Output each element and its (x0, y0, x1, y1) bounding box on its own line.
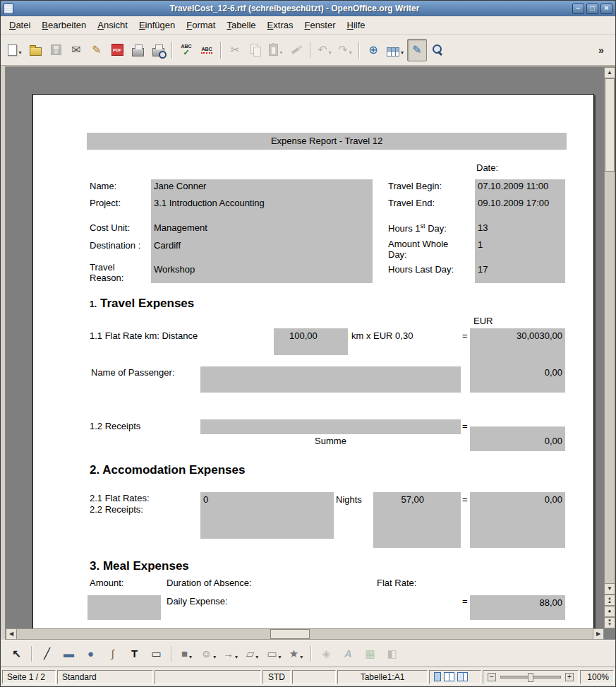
navigation-button[interactable]: ● (604, 606, 615, 617)
view-layout-book-button[interactable] (457, 672, 468, 681)
email-button[interactable]: ✉ (66, 39, 86, 61)
redo-button[interactable]: ↷ ▾ (335, 39, 355, 61)
toolbar-separator (171, 42, 173, 59)
block-arrows-button[interactable]: →▾ (220, 644, 241, 664)
status-insert-mode-cell[interactable]: STD (262, 670, 291, 684)
menu-datei[interactable]: Datei (4, 17, 36, 33)
meal-total-value: 88,00 (470, 597, 562, 608)
freeform-tool-button[interactable]: ∫ (102, 644, 123, 664)
passenger-label: Name of Passenger: (91, 367, 175, 378)
new-document-button[interactable]: ▾ (5, 39, 25, 61)
meal-amount-field[interactable] (87, 595, 161, 620)
menu-einfuegen[interactable]: Einfügen (133, 17, 181, 33)
stars-button[interactable]: ★▾ (286, 644, 306, 664)
menu-ansicht[interactable]: Ansicht (92, 17, 133, 33)
vertical-scroll-track[interactable] (604, 78, 615, 583)
cut-button[interactable]: ✂ (225, 39, 245, 61)
menu-hilfe[interactable]: Hilfe (342, 17, 371, 33)
edit-pencil-icon: ✎ (92, 44, 101, 56)
dropdown-caret-icon: ▾ (329, 49, 332, 59)
standard-toolbar: ▾ ✉ ✎ PDF ABC✓ ABC ✂ ▾ ↶ ▾ ↷ ▾ ⊕ ▾ ✎ » (1, 35, 615, 66)
view-layout-single-button[interactable] (434, 672, 441, 681)
textbox-tool-button[interactable]: T (124, 644, 145, 664)
zoom-slider-thumb[interactable] (528, 673, 533, 682)
hyperlink-button[interactable]: ⊕ (363, 39, 383, 61)
draw-functions-button[interactable]: ✎ (407, 39, 427, 61)
extrusion-icon: ◧ (387, 648, 397, 659)
edit-file-button[interactable]: ✎ (87, 39, 107, 61)
open-button[interactable] (25, 39, 45, 61)
horizontal-scroll-track[interactable] (17, 628, 593, 640)
toolbar-overflow-button[interactable]: » (591, 39, 611, 61)
menu-extras[interactable]: Extras (262, 17, 299, 33)
destination-label: Destination : (90, 240, 140, 251)
line-tool-button[interactable]: ╱ (37, 644, 57, 664)
right-values-field[interactable] (475, 179, 565, 283)
horizontal-scroll-thumb[interactable] (270, 629, 310, 639)
undo-button[interactable]: ↶ ▾ (315, 39, 334, 61)
maximize-button[interactable]: □ (586, 4, 598, 14)
scroll-left-button[interactable]: ◀ (6, 628, 17, 640)
app-window-icon[interactable] (4, 4, 13, 14)
status-zoom-percent-cell[interactable]: 100% (580, 670, 614, 684)
insert-table-button[interactable]: ▾ (384, 39, 406, 61)
spellcheck-button[interactable]: ABC✓ (176, 39, 196, 61)
basic-shapes-button[interactable]: ■▾ (176, 644, 197, 664)
close-button[interactable]: × (600, 4, 612, 14)
autospellcheck-button[interactable]: ABC (197, 39, 217, 61)
print-button[interactable] (128, 39, 147, 61)
page-preview-button[interactable] (148, 39, 168, 61)
hours-first-day-value: 13 (478, 222, 488, 233)
menu-tabelle[interactable]: Tabelle (221, 17, 261, 33)
double-down-arrow-icon: ▼ (608, 623, 612, 626)
rectangle-tool-button[interactable]: ▬ (59, 644, 79, 664)
document-area: Expense Report - Travel 12 Date: Name: P… (1, 66, 615, 640)
extrusion-button[interactable]: ◧ (382, 644, 402, 664)
pdf-export-button[interactable]: PDF (107, 39, 127, 61)
find-replace-button[interactable] (428, 39, 447, 61)
edit-points-icon: ◈ (322, 648, 331, 659)
zoom-in-button[interactable]: + (565, 673, 574, 681)
minimize-button[interactable]: − (572, 4, 584, 14)
vertical-scrollbar[interactable]: ▲ ▼ ▲ ▲ ● ▼ ▼ (604, 67, 615, 628)
flat-rate-km-label: 1.1 Flat Rate km: Distance (90, 330, 198, 341)
accom-flat-field[interactable] (200, 492, 334, 539)
menu-format[interactable]: Format (181, 17, 221, 33)
scroll-right-button[interactable]: ▶ (593, 628, 604, 640)
receipts-field[interactable] (200, 419, 461, 434)
status-table-cell-indicator[interactable]: Tabelle1:A1 (337, 670, 428, 684)
scroll-up-button[interactable]: ▲ (604, 67, 615, 78)
scroll-down-button[interactable]: ▼ (604, 583, 615, 595)
menu-bearbeiten[interactable]: Bearbeiten (36, 17, 92, 33)
points-button[interactable]: ◈ (316, 644, 337, 664)
select-tool-button[interactable]: ↖ (6, 644, 27, 664)
paste-button[interactable]: ▾ (266, 39, 286, 61)
ellipse-tool-button[interactable]: ● (80, 644, 101, 664)
next-page-button[interactable]: ▼ ▼ (604, 617, 615, 628)
dropdown-caret-icon: ▾ (18, 49, 21, 59)
vertical-scroll-thumb[interactable] (605, 78, 615, 172)
double-up-arrow-icon: ▲ (608, 600, 612, 604)
status-style-cell[interactable]: Standard (57, 670, 153, 684)
fontwork-button[interactable]: A (338, 644, 358, 664)
copy-button[interactable] (246, 39, 265, 61)
insert-picture-button[interactable]: ▦ (360, 644, 380, 664)
destination-value: Cardiff (154, 240, 181, 251)
status-page-cell[interactable]: Seite 1 / 2 (2, 670, 56, 684)
zoom-slider[interactable] (500, 676, 561, 679)
copy-icon (250, 44, 261, 56)
passenger-field[interactable] (200, 366, 461, 393)
callout-tool-button[interactable]: ▭ (146, 644, 167, 664)
zoom-out-button[interactable]: − (488, 673, 496, 681)
name-value: Jane Conner (154, 181, 206, 191)
view-layout-columns-button[interactable] (444, 672, 454, 681)
document-page[interactable]: Expense Report - Travel 12 Date: Name: P… (32, 94, 594, 640)
callouts-button[interactable]: ▭▾ (264, 644, 284, 664)
symbol-shapes-button[interactable]: ☺▾ (198, 644, 219, 664)
previous-page-button[interactable]: ▲ ▲ (604, 595, 615, 606)
format-paintbrush-button[interactable] (286, 39, 306, 61)
save-button[interactable] (46, 39, 66, 61)
flowchart-button[interactable]: ▱▾ (242, 644, 262, 664)
horizontal-scrollbar[interactable]: ◀ ▶ (6, 628, 604, 640)
menu-fenster[interactable]: Fenster (298, 17, 341, 33)
